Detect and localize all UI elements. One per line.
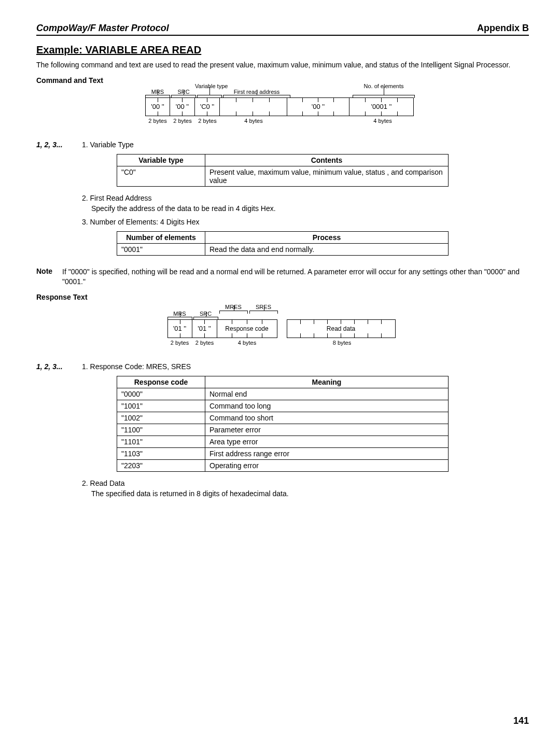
d2-label-src: SRC — [193, 311, 218, 317]
table-row: "0000" Normal end — [117, 388, 449, 400]
intro-paragraph: The following command and text are used … — [36, 60, 529, 70]
th-meaning: Meaning — [205, 376, 449, 388]
table-header: Response code Meaning — [117, 376, 449, 388]
d1-cell-2: '00 '' — [170, 97, 195, 116]
d1-label-firstaddr: First read address — [223, 89, 290, 95]
table-row: "0001" Read the data and end normally. — [117, 243, 449, 255]
table-row: "1001" Command too long — [117, 400, 449, 412]
d1-cell-2-text: '00 '' — [176, 103, 189, 110]
step-r1-title: 1. Response Code: MRES, SRES — [82, 362, 529, 371]
d2-label-mrs: MRS — [167, 311, 192, 317]
td-c1: "C0" — [117, 166, 205, 186]
response-text-heading: Response Text — [36, 293, 529, 301]
table-row: "1002" Command too short — [117, 412, 449, 424]
d1-cell-4 — [220, 97, 287, 116]
table-header: Variable type Contents — [117, 154, 449, 166]
th-noelem: Number of elements — [117, 231, 205, 243]
td-c1: "1101" — [117, 436, 205, 447]
table-row: "C0" Present value, maximum value, minim… — [117, 166, 449, 186]
table-row: "2203" Operating error — [117, 459, 449, 471]
step-2-sub: Specify the address of the data to be re… — [91, 204, 529, 213]
td-c2: Present value, maximum value, minimum va… — [205, 166, 449, 186]
td-c2: Normal end — [205, 388, 449, 400]
step-r2-title: 2. Read Data — [82, 479, 529, 487]
page-header: CompoWay/F Master Protocol Appendix B — [36, 23, 529, 36]
d2-bytes-3: 4 bytes — [217, 340, 277, 346]
steps-label: 1, 2, 3... — [36, 141, 82, 149]
d2-bytes-2: 2 bytes — [192, 340, 217, 346]
page-number: 141 — [36, 715, 529, 726]
note-label: Note — [36, 267, 62, 287]
th-process: Process — [205, 231, 449, 243]
d2-cell-1: '01 '' — [167, 319, 192, 338]
d1-cell-3-text: 'C0 '' — [200, 103, 215, 110]
d2-cell-3: Response code — [217, 319, 277, 338]
table-row: "1101" Area type error — [117, 436, 449, 447]
d1-cell-3: 'C0 '' — [195, 97, 220, 116]
d1-bytes-6: 4 bytes — [351, 118, 415, 124]
th-respcode: Response code — [117, 376, 205, 388]
steps-label-2: 1, 2, 3... — [36, 362, 82, 371]
header-right: Appendix B — [477, 23, 529, 34]
response-diagram: MRS SRC MRES SRES '01 '' '01 '' Response… — [36, 306, 529, 353]
d2-cell-3-text: Response code — [225, 325, 268, 332]
d1-cell-1-text: '00 '' — [151, 103, 164, 110]
note-text: If "0000" is specified, nothing will be … — [62, 267, 529, 287]
td-c1: "1002" — [117, 412, 205, 424]
td-c1: "0001" — [117, 243, 205, 255]
d1-cell-6: '0001 '' — [349, 97, 414, 116]
steps-block-1: 1, 2, 3... 1. Variable Type — [36, 141, 529, 151]
step-2-title: 2. First Read Address — [82, 194, 529, 202]
d2-cell-2: '01 '' — [192, 319, 217, 338]
td-c1: "0000" — [117, 388, 205, 400]
d1-label-src: SRC — [171, 89, 196, 95]
command-and-text-heading: Command and Text — [36, 76, 529, 85]
td-c2: Parameter error — [205, 424, 449, 436]
d1-bytes-1: 2 bytes — [145, 118, 170, 124]
table-header: Number of elements Process — [117, 231, 449, 243]
d2-cell-2-text: '01 '' — [198, 325, 211, 332]
td-c1: "1001" — [117, 400, 205, 412]
td-c1: "1100" — [117, 424, 205, 436]
table-row: "1100" Parameter error — [117, 424, 449, 436]
d1-label-noelem: No. of elements — [355, 83, 412, 89]
td-c2: First address range error — [205, 447, 449, 459]
d2-cell-1-text: '01 '' — [173, 325, 187, 332]
d1-bytes-3: 2 bytes — [195, 118, 220, 124]
td-c1: "2203" — [117, 459, 205, 471]
d1-label-vartype: Variable type — [195, 83, 226, 89]
step-r2-sub: The specified data is returned in 8 digi… — [91, 489, 529, 498]
header-left: CompoWay/F Master Protocol — [36, 23, 169, 34]
td-c2: Operating error — [205, 459, 449, 471]
d2-label-sres: SRES — [249, 304, 278, 310]
d2-cell-4: Read data — [287, 319, 396, 338]
step-3-title: 3. Number of Elements: 4 Digits Hex — [82, 218, 529, 226]
d1-cell-1: '00 '' — [145, 97, 170, 116]
response-code-table: Response code Meaning "0000" Normal end … — [117, 376, 449, 472]
variable-type-table: Variable type Contents "C0" Present valu… — [117, 154, 449, 187]
d1-cell-6-text: '0001 '' — [371, 103, 392, 110]
d1-cell-5: '00 '' — [287, 97, 349, 116]
d2-bytes-4: 8 bytes — [288, 340, 397, 346]
elements-table: Number of elements Process "0001" Read t… — [117, 231, 449, 256]
th-vartype: Variable type — [117, 154, 205, 166]
d1-bytes-4: 4 bytes — [220, 118, 287, 124]
d1-cell-5-text: '00 '' — [312, 103, 325, 110]
td-c2: Command too short — [205, 412, 449, 424]
d2-label-mres: MRES — [219, 304, 248, 310]
td-c1: "1103" — [117, 447, 205, 459]
th-contents: Contents — [205, 154, 449, 166]
command-diagram: MRS SRC Variable type First read address… — [36, 90, 529, 131]
d2-bytes-1: 2 bytes — [167, 340, 192, 346]
table-row: "1103" First address range error — [117, 447, 449, 459]
d1-label-mrs: MRS — [145, 89, 170, 95]
td-c2: Read the data and end normally. — [205, 243, 449, 255]
step-1-title: 1. Variable Type — [82, 141, 529, 149]
td-c2: Area type error — [205, 436, 449, 447]
d2-cell-4-text: Read data — [327, 325, 355, 332]
section-title: Example: VARIABLE AREA READ — [36, 44, 529, 56]
note-block: Note If "0000" is specified, nothing wil… — [36, 267, 529, 287]
d1-bytes-2: 2 bytes — [170, 118, 195, 124]
td-c2: Command too long — [205, 400, 449, 412]
steps-block-2: 1, 2, 3... 1. Response Code: MRES, SRES — [36, 362, 529, 373]
